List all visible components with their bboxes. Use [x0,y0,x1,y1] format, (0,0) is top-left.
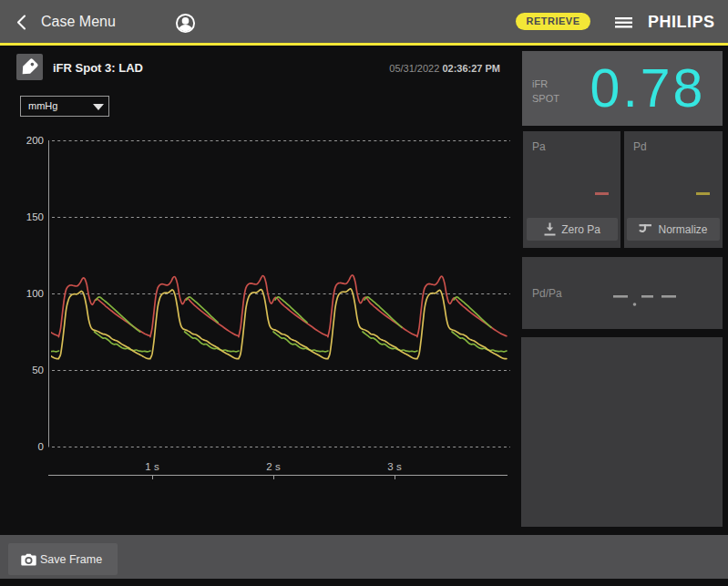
svg-text:2 s: 2 s [266,461,281,472]
svg-text:3 s: 3 s [387,461,402,472]
svg-text:1 s: 1 s [145,461,159,472]
svg-text:150: 150 [26,211,44,222]
svg-text:0: 0 [38,441,44,452]
svg-text:200: 200 [26,135,44,146]
svg-text:100: 100 [26,288,44,299]
svg-text:50: 50 [32,365,44,375]
